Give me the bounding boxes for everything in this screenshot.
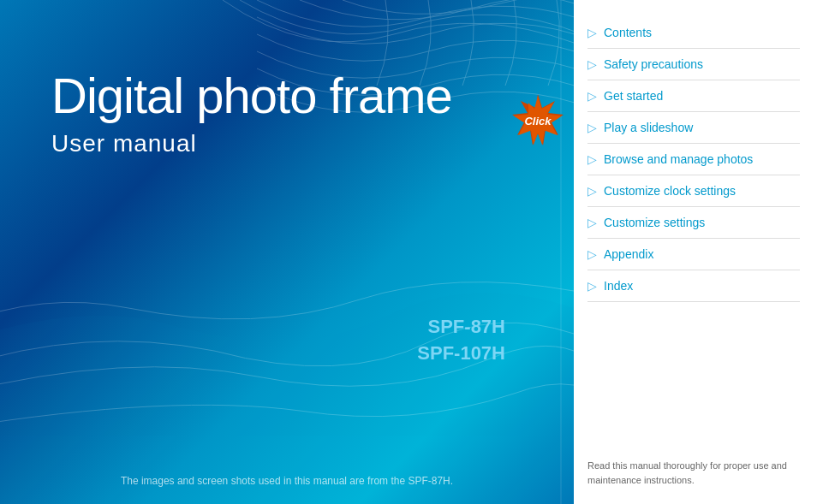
model-line2: SPF-107H bbox=[417, 341, 505, 367]
nav-label-contents: Contents bbox=[604, 26, 652, 39]
nav-arrow-safety: ▷ bbox=[587, 57, 597, 71]
nav-item-clock-settings[interactable]: ▷Customize clock settings bbox=[587, 175, 800, 207]
nav-item-safety[interactable]: ▷Safety precautions bbox=[587, 49, 800, 80]
subtitle: User manual bbox=[51, 130, 540, 157]
click-badge-svg: Click bbox=[510, 92, 565, 147]
nav-label-play-slideshow: Play a slideshow bbox=[604, 121, 693, 134]
nav-item-index[interactable]: ▷Index bbox=[587, 270, 800, 302]
nav-label-appendix: Appendix bbox=[604, 247, 653, 261]
nav-item-contents[interactable]: ▷Contents bbox=[587, 17, 800, 49]
click-badge[interactable]: Click bbox=[510, 92, 562, 144]
nav-label-browse-photos: Browse and manage photos bbox=[604, 152, 753, 166]
nav-arrow-contents: ▷ bbox=[587, 26, 597, 39]
nav-label-safety: Safety precautions bbox=[604, 57, 703, 71]
title-section: Digital photo frame User manual bbox=[0, 0, 574, 157]
bottom-note: The images and screen shots used in this… bbox=[0, 475, 574, 487]
nav-arrow-index: ▷ bbox=[587, 279, 597, 293]
right-panel: ▷Contents▷Safety precautions▷Get started… bbox=[574, 0, 817, 504]
nav-label-clock-settings: Customize clock settings bbox=[604, 184, 736, 198]
main-title: Digital photo frame bbox=[51, 68, 540, 123]
nav-item-browse-photos[interactable]: ▷Browse and manage photos bbox=[587, 144, 800, 175]
read-note: Read this manual thoroughly for proper u… bbox=[587, 459, 800, 487]
nav-label-index: Index bbox=[604, 279, 633, 293]
left-panel: Digital photo frame User manual SPF-87H … bbox=[0, 0, 574, 504]
model-section: SPF-87H SPF-107H bbox=[417, 314, 505, 367]
nav-item-get-started[interactable]: ▷Get started bbox=[587, 80, 800, 112]
nav-arrow-customize-settings: ▷ bbox=[587, 216, 597, 229]
nav-arrow-play-slideshow: ▷ bbox=[587, 121, 597, 134]
nav-label-customize-settings: Customize settings bbox=[604, 216, 705, 229]
nav-arrow-clock-settings: ▷ bbox=[587, 184, 597, 198]
nav-label-get-started: Get started bbox=[604, 89, 663, 103]
nav-item-customize-settings[interactable]: ▷Customize settings bbox=[587, 207, 800, 239]
nav-arrow-get-started: ▷ bbox=[587, 89, 597, 103]
nav-arrow-browse-photos: ▷ bbox=[587, 152, 597, 166]
nav-item-play-slideshow[interactable]: ▷Play a slideshow bbox=[587, 112, 800, 144]
nav-item-appendix[interactable]: ▷Appendix bbox=[587, 239, 800, 270]
svg-text:Click: Click bbox=[524, 115, 552, 127]
model-line1: SPF-87H bbox=[417, 314, 505, 341]
nav-list: ▷Contents▷Safety precautions▷Get started… bbox=[587, 17, 800, 445]
nav-arrow-appendix: ▷ bbox=[587, 247, 597, 261]
